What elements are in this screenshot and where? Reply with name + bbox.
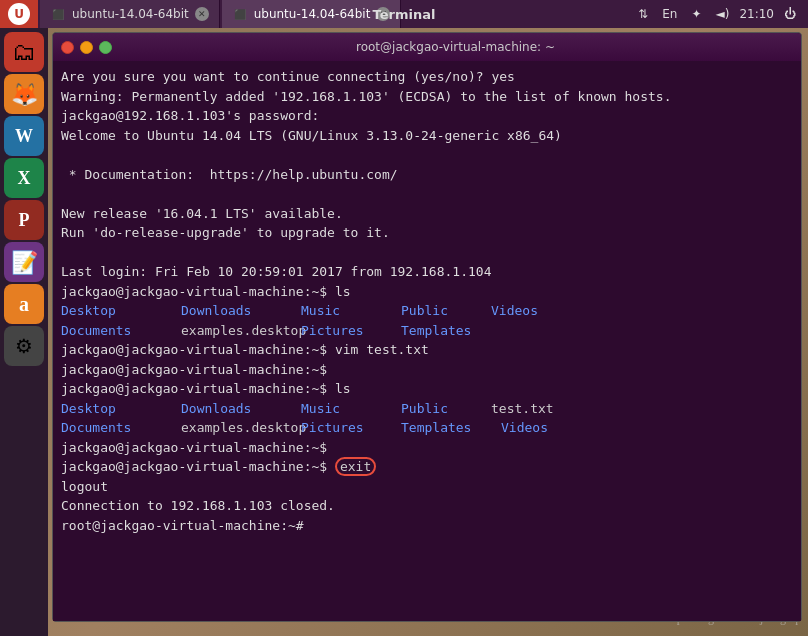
terminal-titlebar: root@jackgao-virtual-machine: ~	[53, 33, 801, 61]
terminal-line-7	[61, 184, 793, 204]
text-editor-icon: 📝	[11, 250, 38, 275]
tab-label-1: ubuntu-14.04-64bit	[72, 7, 189, 21]
impress-icon: P	[19, 210, 30, 231]
power-icon[interactable]: ⏻	[780, 5, 800, 23]
window-minimize-button[interactable]	[80, 41, 93, 54]
terminal-line-10	[61, 243, 793, 263]
terminal-line-vim: jackgao@jackgao-virtual-machine:~$ vim t…	[61, 340, 793, 360]
taskbar-title: Terminal	[373, 7, 436, 22]
files-icon: 🗂	[12, 38, 36, 66]
home-button[interactable]: U	[0, 0, 38, 28]
sort-icon[interactable]: ⇅	[634, 5, 652, 23]
terminal-line-logout: logout	[61, 477, 793, 497]
taskbar-right: ⇅ En ✦ ◄) 21:10 ⏻	[634, 5, 808, 23]
launcher-files[interactable]: 🗂	[4, 32, 44, 72]
tab-label-2: ubuntu-14.04-64bit	[254, 7, 371, 21]
terminal-tab-icon-1: ⬛	[50, 6, 66, 22]
terminal-line-prompt1: jackgao@jackgao-virtual-machine:~$	[61, 360, 793, 380]
window-maximize-button[interactable]	[99, 41, 112, 54]
ls2-row2: Documentsexamples.desktopPicturesTemplat…	[61, 418, 793, 438]
taskbar-left: U ⬛ ubuntu-14.04-64bit ✕ ⬛ ubuntu-14.04-…	[0, 0, 401, 28]
terminal-body[interactable]: Are you sure you want to continue connec…	[53, 61, 801, 621]
launcher-writer[interactable]: W	[4, 116, 44, 156]
terminal-line-prompt2: jackgao@jackgao-virtual-machine:~$	[61, 438, 793, 458]
templates-label: Templates	[401, 321, 471, 341]
terminal-line-8: New release '16.04.1 LTS' available.	[61, 204, 793, 224]
desktop: U ⬛ ubuntu-14.04-64bit ✕ ⬛ ubuntu-14.04-…	[0, 0, 808, 636]
terminal-line-3: jackgao@192.168.1.103's password:	[61, 106, 793, 126]
ls1-row1: DesktopDownloadsMusicPublicVideos	[61, 301, 793, 321]
terminal-line-root-prompt: root@jackgao-virtual-machine:~#	[61, 516, 793, 536]
launcher-impress[interactable]: P	[4, 200, 44, 240]
terminal-line-closed: Connection to 192.168.1.103 closed.	[61, 496, 793, 516]
calc-icon: X	[18, 168, 31, 189]
terminal-line-11: Last login: Fri Feb 10 20:59:01 2017 fro…	[61, 262, 793, 282]
tab-close-1[interactable]: ✕	[195, 7, 209, 21]
clock: 21:10	[739, 7, 774, 21]
writer-icon: W	[15, 126, 33, 147]
ls2-row1: DesktopDownloadsMusicPublictest.txt	[61, 399, 793, 419]
terminal-window: root@jackgao-virtual-machine: ~ Are you …	[52, 32, 802, 622]
launcher-settings[interactable]: ⚙	[4, 326, 44, 366]
terminal-line-2: Warning: Permanently added '192.168.1.10…	[61, 87, 793, 107]
bluetooth-icon[interactable]: ✦	[687, 5, 705, 23]
tab-ubuntu-1[interactable]: ⬛ ubuntu-14.04-64bit ✕	[40, 0, 220, 28]
keyboard-indicator[interactable]: En	[658, 5, 681, 23]
terminal-tab-icon-2: ⬛	[232, 6, 248, 22]
launcher-calc[interactable]: X	[4, 158, 44, 198]
launcher-text-editor[interactable]: 📝	[4, 242, 44, 282]
window-close-button[interactable]	[61, 41, 74, 54]
terminal-line-ls2: jackgao@jackgao-virtual-machine:~$ ls	[61, 379, 793, 399]
ubuntu-logo: U	[8, 3, 30, 25]
amazon-icon: a	[19, 293, 29, 316]
launcher: 🗂 🦊 W X P 📝 a ⚙	[0, 28, 48, 636]
terminal-window-title: root@jackgao-virtual-machine: ~	[118, 40, 793, 54]
terminal-line-1: Are you sure you want to continue connec…	[61, 67, 793, 87]
ls1-row2: Documentsexamples.desktopPicturesTemplat…	[61, 321, 793, 341]
launcher-amazon[interactable]: a	[4, 284, 44, 324]
terminal-line-6: * Documentation: https://help.ubuntu.com…	[61, 165, 793, 185]
firefox-icon: 🦊	[11, 82, 38, 107]
terminal-line-4: Welcome to Ubuntu 14.04 LTS (GNU/Linux 3…	[61, 126, 793, 146]
volume-icon[interactable]: ◄)	[711, 5, 733, 23]
launcher-firefox[interactable]: 🦊	[4, 74, 44, 114]
terminal-line-5	[61, 145, 793, 165]
settings-icon: ⚙	[15, 334, 33, 358]
terminal-line-exit: jackgao@jackgao-virtual-machine:~$ exit	[61, 457, 793, 477]
terminal-line-12: jackgao@jackgao-virtual-machine:~$ ls	[61, 282, 793, 302]
terminal-line-9: Run 'do-release-upgrade' to upgrade to i…	[61, 223, 793, 243]
taskbar: U ⬛ ubuntu-14.04-64bit ✕ ⬛ ubuntu-14.04-…	[0, 0, 808, 28]
exit-command-highlight: exit	[335, 457, 376, 476]
